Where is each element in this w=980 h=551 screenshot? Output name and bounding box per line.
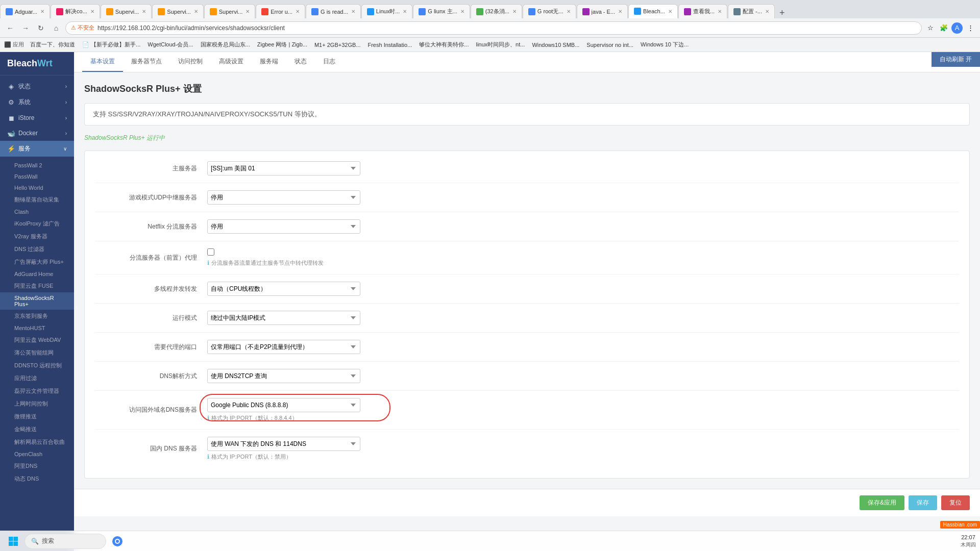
forward-button[interactable]: → [19, 22, 32, 34]
sidebar-item-istore[interactable]: ◼ iStore › [0, 110, 74, 126]
start-button[interactable] [4, 532, 22, 550]
select-dns-method[interactable]: 使用 DNS2TCP 查询 [207, 369, 360, 383]
tab-6[interactable]: Error u... ✕ [256, 4, 305, 18]
tab-4[interactable]: Supervi... ✕ [152, 4, 203, 18]
save-button[interactable]: 保存 [909, 495, 937, 510]
sidebar-item-services[interactable]: ⚡ 服务 ∨ [0, 141, 74, 157]
sidebar-sub-zerotier[interactable]: 薄公英智能组网 [0, 346, 74, 359]
tab-close-3[interactable]: ✕ [142, 9, 146, 14]
sidebar-sub-passwall2[interactable]: PassWall 2 [0, 160, 74, 171]
tab-5[interactable]: Supervi... ✕ [204, 4, 255, 18]
taskbar-chrome[interactable] [108, 532, 127, 550]
tab-close-10[interactable]: ✕ [512, 9, 517, 14]
sidebar-sub-openclash[interactable]: OpenClash [0, 448, 74, 460]
tab-server-nodes[interactable]: 服务器节点 [123, 52, 170, 72]
tab-1[interactable]: Adguar... ✕ [0, 4, 50, 18]
sidebar-sub-ssr[interactable]: ShadowSocksR Plus+ [0, 292, 74, 310]
select-run-mode[interactable]: 绕过中国大陆IP模式 [207, 311, 360, 325]
select-domestic-dns[interactable]: 使用 WAN 下发的 DNS 和 114DNS [207, 437, 360, 451]
bookmark-7[interactable]: Fresh Installatio... [364, 41, 415, 49]
bookmark-10[interactable]: Windows10 SMB... [529, 41, 582, 49]
tab-11[interactable]: G root无... ✕ [523, 4, 576, 18]
bookmark-6[interactable]: M1+ 2GB+32GB... [311, 41, 364, 49]
sidebar-sub-helloworld[interactable]: Hello World [0, 182, 74, 193]
sidebar-sub-aliyun-fuse[interactable]: 阿里云盘 FUSE [0, 280, 74, 292]
sidebar-sub-weili[interactable]: 微狸推送 [0, 410, 74, 423]
sidebar-sub-ikoolproxy[interactable]: iKoolProxy 滤广告 [0, 217, 74, 230]
sidebar-sub-v2ray[interactable]: V2ray 服务器 [0, 230, 74, 243]
select-multithread[interactable]: 自动（CPU线程数） [207, 282, 360, 296]
tab-close-15[interactable]: ✕ [765, 9, 769, 14]
tab-10[interactable]: (32条消... ✕ [471, 4, 522, 18]
tab-close-6[interactable]: ✕ [296, 9, 300, 14]
sidebar-sub-adguard[interactable]: AdGuard Home [0, 268, 74, 280]
sidebar-item-status[interactable]: ◈ 状态 › [0, 79, 74, 94]
bookmark-1[interactable]: 百度一下、你知道 [27, 40, 78, 49]
sidebar-sub-jd[interactable]: 京东签到服务 [0, 310, 74, 322]
checkbox-divert-proxy[interactable] [207, 248, 214, 256]
sidebar-sub-fanzhui[interactable]: 翻锤星落自动采集 [0, 193, 74, 206]
tab-7[interactable]: G is read... ✕ [306, 4, 361, 18]
tab-advanced-settings[interactable]: 高级设置 [211, 52, 252, 72]
taskbar-search[interactable]: 🔍 搜索 [24, 534, 106, 549]
sidebar-sub-ddnsto[interactable]: DDNSTO 远程控制 [0, 359, 74, 372]
tab-basic-settings[interactable]: 基本设置 [82, 52, 123, 72]
address-bar[interactable]: ⚠ 不安全 https://192.168.100.2/cgi-bin/luci… [65, 21, 922, 35]
bookmark-9[interactable]: linux时间同步、nt... [473, 40, 528, 49]
tab-close-4[interactable]: ✕ [194, 9, 198, 14]
tab-close-9[interactable]: ✕ [460, 9, 464, 14]
sidebar-sub-dynamic-dns[interactable]: 动态 DNS [0, 472, 74, 485]
sidebar-sub-adblock[interactable]: 广告屏蔽大师 Plus+ [0, 256, 74, 268]
select-main-server[interactable]: [SS]:um 美国 01 [207, 161, 360, 176]
sidebar-sub-dns-filter[interactable]: DNS 过滤器 [0, 243, 74, 256]
autorefresh-button[interactable]: 自动刷新 开 [932, 52, 980, 67]
sidebar-sub-clash[interactable]: Clash [0, 206, 74, 217]
home-button[interactable]: ⌂ [50, 22, 62, 34]
tab-server-side[interactable]: 服务端 [252, 52, 286, 72]
back-button[interactable]: ← [4, 22, 16, 34]
bookmark-3[interactable]: WgetCloud-会员... [144, 40, 196, 49]
tab-close-2[interactable]: ✕ [90, 9, 94, 14]
tab-status[interactable]: 状态 [286, 52, 315, 72]
sidebar-item-system[interactable]: ⚙ 系统 › [0, 94, 74, 110]
sidebar-sub-jinxie[interactable]: 金蝎推送 [0, 423, 74, 436]
tab-9[interactable]: G liunx 主... ✕ [413, 4, 470, 18]
tab-3[interactable]: Supervi... ✕ [101, 4, 152, 18]
save-apply-button[interactable]: 保存&应用 [860, 495, 904, 510]
bookmark-12[interactable]: Windows 10 下边... [638, 40, 692, 49]
sidebar-sub-timectrl[interactable]: 上网时间控制 [0, 397, 74, 410]
reload-button[interactable]: ↻ [35, 22, 47, 34]
tab-2[interactable]: 解决co... ✕ [51, 4, 100, 18]
select-netflix[interactable]: 停用 [207, 219, 360, 234]
sidebar-sub-passwall[interactable]: PassWall [0, 171, 74, 182]
bookmark-4[interactable]: 国家税务总局山东... [198, 40, 253, 49]
tab-12[interactable]: java - E... ✕ [577, 4, 628, 18]
tab-close-1[interactable]: ✕ [40, 9, 44, 14]
sidebar-sub-music[interactable]: 解析网易云百合歌曲 [0, 436, 74, 448]
tab-log[interactable]: 日志 [315, 52, 344, 72]
tab-access-control[interactable]: 访问控制 [170, 52, 211, 72]
bookmark-8[interactable]: 够位大神有美特你... [416, 40, 472, 49]
sidebar-sub-aliyun-webdav[interactable]: 阿里云盘 WebDAV [0, 334, 74, 346]
sidebar-sub-filemgr[interactable]: 磊羿云文件管理器 [0, 385, 74, 397]
extensions-icon[interactable]: 🧩 [938, 22, 949, 34]
tab-close-13[interactable]: ✕ [668, 9, 672, 14]
select-udp-relay[interactable]: 停用 [207, 190, 360, 205]
bookmark-icon[interactable]: ☆ [925, 22, 936, 34]
menu-icon[interactable]: ⋮ [965, 22, 976, 34]
tab-14[interactable]: 查看我... ✕ [678, 4, 727, 18]
tab-close-12[interactable]: ✕ [618, 9, 622, 14]
select-foreign-dns[interactable]: Google Public DNS (8.8.8.8) [207, 398, 360, 412]
sidebar-sub-app-filter[interactable]: 应用过滤 [0, 372, 74, 385]
sidebar-sub-mento[interactable]: MentoHUST [0, 322, 74, 334]
sidebar-item-docker[interactable]: 🐋 Docker › [0, 126, 74, 141]
bookmark-5[interactable]: Zigbee 网络 | Zigb... [254, 40, 310, 49]
bookmark-11[interactable]: Supervisor no int... [583, 41, 636, 49]
tab-8[interactable]: Linux时... ✕ [361, 4, 412, 18]
tab-close-5[interactable]: ✕ [246, 9, 250, 14]
tab-13[interactable]: Bleach... ✕ [628, 4, 678, 18]
reset-button[interactable]: 复位 [941, 495, 970, 510]
tab-15[interactable]: 配置 -... ✕ [728, 4, 775, 18]
tab-close-7[interactable]: ✕ [351, 9, 355, 14]
new-tab-button[interactable]: + [775, 8, 789, 18]
